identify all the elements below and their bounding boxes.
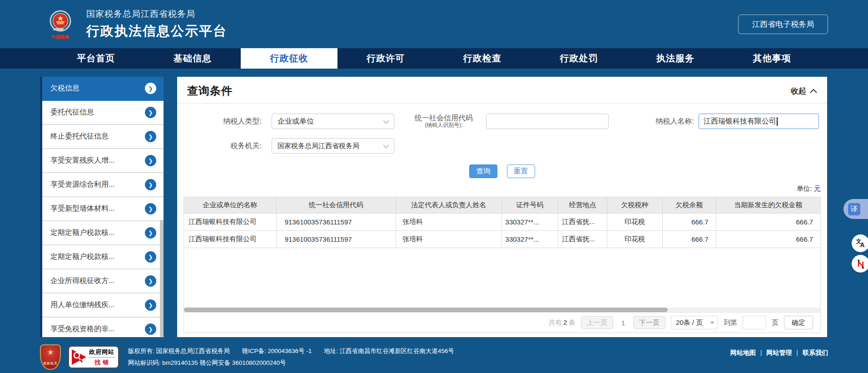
- party-government-badge: ★ 党政机关: [40, 344, 61, 370]
- sidebar-item-fixed-quota-1[interactable]: 定期定额户税款核... ❯: [42, 221, 164, 245]
- search-button[interactable]: 查询: [469, 164, 497, 178]
- chevron-right-icon: ❯: [145, 227, 156, 239]
- sidebar-item-tax-arrears[interactable]: 欠税信息 ❯: [42, 77, 164, 101]
- taxpayer-name-input[interactable]: 江西瑞银科技有限公司: [699, 114, 819, 129]
- goto-label: 到第: [724, 318, 737, 327]
- sidebar-item-terminate-entrusted[interactable]: 终止委托代征信息 ❯: [42, 125, 164, 149]
- results-container: 企业或单位的名称 统一社会信用代码 法定代表人或负责人姓名 证件号码 经营地点 …: [184, 197, 821, 333]
- sidebar: 欠税信息 ❯ 委托代征信息 ❯ 终止委托代征信息 ❯ 享受安置残疾人增... ❯…: [40, 77, 164, 337]
- results-table: 企业或单位的名称 统一社会信用代码 法定代表人或负责人姓名 证件号码 经营地点 …: [184, 197, 820, 248]
- sidebar-item-fixed-quota-2[interactable]: 定期定额户税款核... ❯: [42, 245, 164, 269]
- nav-tab-admin-license[interactable]: 行政许可: [337, 48, 434, 69]
- table-row: 江西瑞银科技有限公司 913610035736111597 张培科 330327…: [184, 230, 820, 248]
- translate-icon: 译: [848, 203, 860, 215]
- chevron-up-icon: [810, 89, 817, 93]
- table-row: 江西瑞银科技有限公司 913610035736111597 张培科 330327…: [184, 213, 820, 230]
- sidebar-item-corporate-income-tax[interactable]: 企业所得税征收方... ❯: [42, 269, 164, 293]
- horizontal-scrollbar-thumb[interactable]: [184, 308, 668, 312]
- page-header: 中国税务 国家税务总局江西省税务局 行政执法信息公示平台 江西省电子税务局: [0, 0, 868, 48]
- chevron-right-icon: ❯: [145, 155, 156, 166]
- goto-page-input[interactable]: [743, 316, 766, 329]
- credit-code-label: 统一社会信用代码 (纳税人识别号):: [405, 114, 482, 129]
- confirm-button[interactable]: 确定: [784, 316, 813, 329]
- relation-graph-button[interactable]: [852, 255, 868, 273]
- table-header-row: 企业或单位的名称 统一社会信用代码 法定代表人或负责人姓名 证件号码 经营地点 …: [184, 197, 820, 213]
- chevron-down-icon: [383, 120, 389, 124]
- sidebar-scrollbar-thumb[interactable]: [160, 220, 164, 337]
- taxpayer-name-label: 纳税人名称:: [653, 117, 694, 126]
- sidebar-item-tax-exempt-nonprofit[interactable]: 享受免税资格的非... ❯: [42, 318, 164, 337]
- chevron-right-icon: ❯: [145, 323, 156, 335]
- taxpayer-type-select[interactable]: 企业或单位: [272, 114, 394, 129]
- nav-tab-other[interactable]: 其他事项: [724, 48, 820, 69]
- unit-label: 单位: 元: [177, 184, 827, 193]
- nav-tab-admin-collection[interactable]: 行政征收: [241, 48, 337, 69]
- sidebar-item-wall-material[interactable]: 享受新型墙体材料... ❯: [42, 197, 164, 221]
- chevron-right-icon: ❯: [145, 251, 156, 263]
- caret-down-icon: [710, 322, 714, 324]
- col-new-arrears: 当期新发生的欠税金额: [716, 197, 820, 213]
- footer-links: 网站地图|网站管理|联系我们: [730, 349, 828, 357]
- nav-tab-home[interactable]: 平台首页: [48, 48, 144, 69]
- sidebar-item-entrusted-collection[interactable]: 委托代征信息 ❯: [42, 101, 164, 125]
- current-page[interactable]: 1: [619, 319, 628, 327]
- sidebar-item-disabled-placement[interactable]: 享受安置残疾人增... ❯: [42, 149, 164, 173]
- chevron-right-icon: ❯: [145, 203, 156, 214]
- next-page-button[interactable]: 下一页: [633, 316, 665, 329]
- etax-portal-button[interactable]: 江西省电子税务局: [738, 15, 828, 34]
- chevron-right-icon: ❯: [145, 131, 156, 142]
- nav-tab-admin-inspection[interactable]: 行政检查: [434, 48, 531, 69]
- nav-tab-admin-penalty[interactable]: 行政处罚: [531, 48, 627, 69]
- total-count: 2: [562, 318, 568, 326]
- col-arrears-balance: 欠税余额: [663, 197, 716, 213]
- prev-page-button[interactable]: 上一页: [581, 316, 613, 329]
- content-area: 欠税信息 ❯ 委托代征信息 ❯ 终止委托代征信息 ❯ 享受安置残疾人增... ❯…: [0, 69, 868, 337]
- col-enterprise-name: 企业或单位的名称: [184, 197, 276, 213]
- page-size-select[interactable]: 20条 / 页: [671, 316, 718, 329]
- language-icon: 文A: [855, 239, 865, 248]
- language-toggle-button[interactable]: 文A: [852, 234, 868, 252]
- translate-widget[interactable]: 译: [843, 199, 868, 219]
- horizontal-scrollbar[interactable]: [184, 308, 820, 312]
- site-id-line: 网站标识码: bm29140135 赣公网安备 36010802000240号: [128, 357, 454, 369]
- tax-emblem-icon: [49, 10, 72, 34]
- site-titles: 国家税务总局江西省税务局 行政执法信息公示平台: [86, 8, 227, 40]
- sidebar-item-resource-utilization[interactable]: 享受资源综合利用... ❯: [42, 173, 164, 197]
- collapse-toggle[interactable]: 收起: [791, 86, 817, 96]
- tax-authority-select[interactable]: 国家税务总局江西省税务局: [272, 138, 394, 154]
- tax-authority-label: 税务机关:: [184, 141, 262, 151]
- page-title: 行政执法信息公示平台: [86, 22, 227, 40]
- col-tax-type: 欠税税种: [607, 197, 663, 213]
- chevron-right-icon: ❯: [145, 299, 156, 311]
- sidebar-item-employer-disability[interactable]: 用人单位缴纳残疾... ❯: [42, 293, 164, 318]
- main-panel: 查询条件 收起 纳税人类型: 企业或单位: [177, 77, 827, 337]
- network-icon: [856, 259, 866, 269]
- footer-link-sitemap[interactable]: 网站地图: [730, 349, 756, 356]
- nav-tab-basic-info[interactable]: 基础信息: [144, 48, 241, 69]
- text-cursor: [777, 117, 778, 126]
- col-credit-code: 统一社会信用代码: [276, 197, 396, 213]
- chevron-right-icon: ❯: [145, 179, 156, 190]
- agency-name: 国家税务总局江西省税务局: [86, 8, 227, 20]
- page-footer: ★ 党政机关 政府网站 找错 版权所有: 国家税务总局江西省税务局 赣ICP备:…: [40, 344, 828, 370]
- col-id-number: 证件号码: [501, 197, 558, 213]
- query-conditions-title: 查询条件: [187, 84, 233, 98]
- chevron-right-icon: ❯: [145, 83, 156, 94]
- goto-unit: 页: [772, 318, 779, 327]
- chevron-right-icon: ❯: [145, 107, 156, 118]
- website-error-report-badge[interactable]: 政府网站 找错: [68, 346, 119, 368]
- copyright-line: 版权所有: 国家税务总局江西省税务局 赣ICP备: 200043636号 -1 …: [128, 345, 454, 357]
- chevron-right-icon: ❯: [145, 275, 156, 287]
- credit-code-input[interactable]: [486, 114, 609, 129]
- taxpayer-type-label: 纳税人类型:: [184, 117, 262, 126]
- footer-link-site-admin[interactable]: 网站管理: [766, 349, 792, 356]
- star-icon: ★: [41, 348, 60, 357]
- footer-link-contact[interactable]: 联系我们: [803, 349, 828, 356]
- col-legal-rep: 法定代表人或负责人姓名: [396, 197, 502, 213]
- nav-tab-enforcement-service[interactable]: 执法服务: [627, 48, 724, 69]
- chevron-down-icon: [383, 144, 389, 149]
- pagination: 共有2条 上一页 1 下一页 20条 / 页 到第 页 确定: [184, 312, 820, 333]
- query-form: 纳税人类型: 企业或单位 统一社会信用代码 (纳税人识别号):: [177, 104, 827, 178]
- reset-button[interactable]: 重置: [507, 164, 535, 178]
- magnifier-flag-icon: [71, 348, 88, 366]
